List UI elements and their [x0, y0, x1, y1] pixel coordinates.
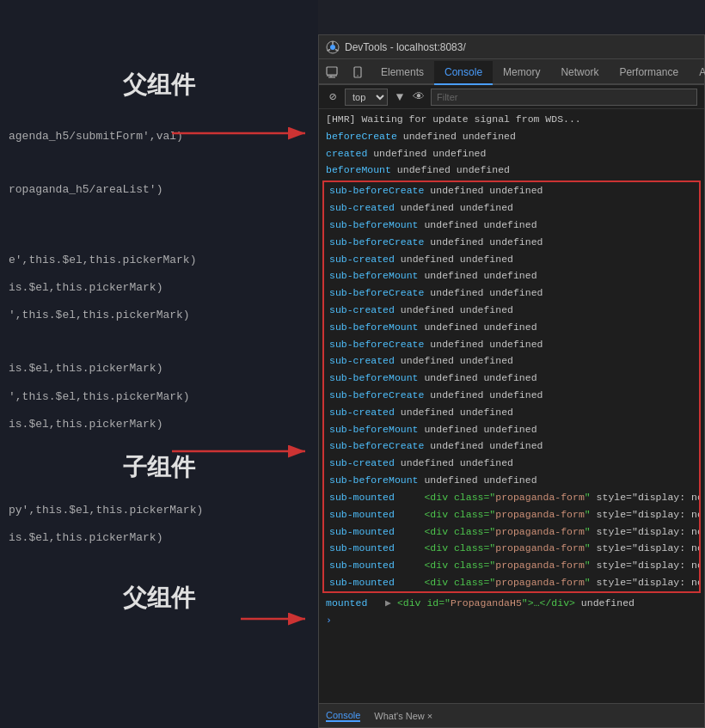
sub-mounted-5: sub-mounted <div class="propaganda-form"… — [324, 557, 699, 574]
bottom-tab-console[interactable]: Console — [326, 710, 360, 722]
filter-input[interactable] — [431, 89, 697, 106]
devtools-panel: DevTools - localhost:8083/ Elements Cons… — [318, 34, 705, 728]
code-line-8: is.$el,this.pickerMark) — [9, 415, 310, 434]
devtools-titlebar: DevTools - localhost:8083/ — [319, 35, 704, 59]
sub-created-2: sub-created undefined undefined — [324, 251, 699, 268]
code-line-6: is.$el,this.pickerMark) — [9, 359, 310, 378]
sub-created-3: sub-created undefined undefined — [324, 302, 699, 319]
sub-beforecreate-6: sub-beforeCreate undefined undefined — [324, 437, 699, 455]
code-line-7: ',this.$el,this.pickerMark) — [9, 388, 310, 407]
tab-elements[interactable]: Elements — [371, 61, 434, 85]
tab-console[interactable]: Console — [434, 61, 493, 85]
svg-point-5 — [330, 45, 335, 50]
dropdown-icon[interactable]: ▼ — [393, 90, 407, 104]
sub-mounted-4: sub-mounted <div class="propaganda-form"… — [324, 540, 699, 557]
code-line-3: e',this.$el,this.pickerMark) — [9, 251, 310, 270]
sub-created-5: sub-created undefined undefined — [324, 404, 699, 421]
level-select[interactable]: top — [345, 89, 388, 106]
code-line-10: is.$el,this.pickerMark) — [9, 529, 310, 548]
sub-created-1: sub-created undefined undefined — [324, 199, 699, 217]
mounted-final: mounted ▶ <div id="PropagandaH5">…</div>… — [319, 595, 704, 612]
sub-mounted-2: sub-mounted <div class="propaganda-form"… — [324, 506, 699, 523]
code-line-2: ropaganda_h5/areaList') — [9, 180, 310, 199]
code-line-1: agenda_h5/submitForm',val) — [9, 127, 310, 146]
code-panel: 父组件 agenda_h5/submitForm',val) ropaganda… — [0, 0, 318, 728]
sub-beforecreate-2: sub-beforeCreate undefined undefined — [324, 234, 699, 251]
sub-beforemount-4: sub-beforeMount undefined undefined — [324, 370, 699, 387]
sub-mounted-1: sub-mounted <div class="propaganda-form"… — [324, 489, 699, 506]
devtools-tabs: Elements Console Memory Network Performa… — [319, 59, 704, 85]
sub-lifecycle-box: sub-beforeCreate undefined undefined sub… — [322, 180, 701, 593]
devtools-bottom: Console What's New × — [319, 703, 704, 727]
devtools-inspect-icon[interactable] — [319, 61, 345, 85]
sub-beforecreate-5: sub-beforeCreate undefined undefined — [324, 387, 699, 404]
sub-beforemount-5: sub-beforeMount undefined undefined — [324, 421, 699, 438]
devtools-toolbar: ⊘ top ▼ 👁 — [319, 85, 704, 109]
devtools-mobile-icon[interactable] — [345, 61, 371, 85]
block-icon[interactable]: ⊘ — [326, 90, 340, 104]
sub-beforecreate-4: sub-beforeCreate undefined undefined — [324, 336, 699, 353]
tab-app[interactable]: App — [689, 61, 705, 85]
eye-icon[interactable]: 👁 — [412, 90, 426, 104]
sub-mounted-3: sub-mounted <div class="propaganda-form"… — [324, 523, 699, 541]
console-beforecreate: beforeCreate undefined undefined — [319, 128, 704, 145]
code-line-4: is.$el,this.pickerMark) — [9, 278, 310, 297]
code-line-9: py',this.$el,this.pickerMark) — [9, 501, 310, 520]
tab-network[interactable]: Network — [550, 61, 609, 85]
sub-beforemount-3: sub-beforeMount undefined undefined — [324, 319, 699, 336]
sub-beforecreate-1: sub-beforeCreate undefined undefined — [324, 182, 699, 199]
bottom-tab-whats-new[interactable]: What's New × — [374, 711, 432, 721]
console-beforemount: beforeMount undefined undefined — [319, 162, 704, 179]
code-line-5: ',this.$el,this.pickerMark) — [9, 306, 310, 325]
console-output[interactable]: [HMR] Waiting for update signal from WDS… — [319, 109, 704, 703]
svg-rect-9 — [327, 67, 337, 75]
sub-beforemount-6: sub-beforeMount undefined undefined — [324, 472, 699, 489]
bottom-label: 父组件 — [9, 582, 310, 615]
top-label: 父组件 — [9, 69, 310, 101]
devtools-title: DevTools - localhost:8083/ — [345, 41, 466, 53]
mid-label: 子组件 — [9, 451, 310, 484]
tab-performance[interactable]: Performance — [609, 61, 689, 85]
chrome-icon — [326, 40, 340, 54]
sub-beforemount-2: sub-beforeMount undefined undefined — [324, 267, 699, 284]
sub-beforemount-1: sub-beforeMount undefined undefined — [324, 217, 699, 234]
svg-point-14 — [357, 75, 358, 76]
sub-beforecreate-3: sub-beforeCreate undefined undefined — [324, 284, 699, 302]
sub-created-4: sub-created undefined undefined — [324, 352, 699, 370]
console-created: created undefined undefined — [319, 145, 704, 162]
sub-mounted-6: sub-mounted <div class="propaganda-form"… — [324, 574, 699, 591]
console-hmr: [HMR] Waiting for update signal from WDS… — [319, 111, 704, 128]
sub-created-6: sub-created undefined undefined — [324, 455, 699, 472]
tab-memory[interactable]: Memory — [493, 61, 550, 85]
console-prompt[interactable]: › — [319, 612, 704, 629]
